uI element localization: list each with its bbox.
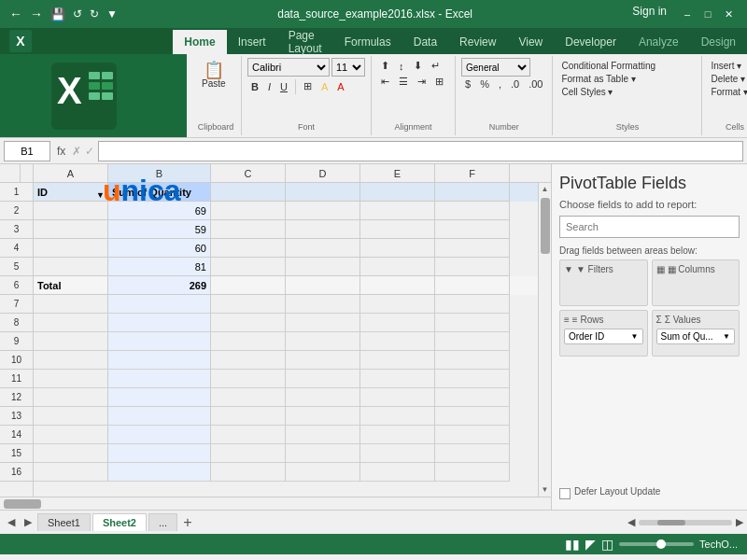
merge-button[interactable]: ⊞ — [431, 74, 447, 90]
forward-btn[interactable]: → — [30, 7, 43, 21]
cell-e4[interactable] — [360, 239, 435, 258]
sheet-nav-left[interactable]: ◀ — [4, 516, 19, 528]
font-name-select[interactable]: Calibri — [247, 58, 330, 77]
tab-formulas[interactable]: Formulas — [333, 30, 402, 54]
col-header-a[interactable]: A — [34, 164, 108, 182]
cell-f4[interactable] — [435, 239, 510, 258]
filters-area[interactable]: ▼ ▼ Filters — [559, 259, 648, 306]
align-bottom-button[interactable]: ⬇ — [410, 58, 426, 74]
cell-f2[interactable] — [435, 202, 510, 220]
cell-a3[interactable] — [34, 220, 108, 239]
cell-styles-btn[interactable]: Cell Styles ▾ — [558, 86, 658, 98]
conditional-formatting-btn[interactable]: Conditional Formatting — [558, 60, 658, 72]
align-right-button[interactable]: ⇥ — [414, 74, 430, 90]
insert-cells-btn[interactable]: Insert ▾ — [708, 60, 747, 72]
col-header-c[interactable]: C — [211, 164, 286, 182]
close-btn[interactable]: ✕ — [719, 5, 738, 23]
hscroll-track[interactable] — [639, 520, 732, 525]
sheet-nav-right[interactable]: ▶ — [21, 516, 35, 528]
cell-e1[interactable] — [360, 183, 435, 202]
minimize-btn[interactable]: – — [678, 5, 697, 23]
currency-button[interactable]: $ — [461, 77, 474, 91]
cell-d2[interactable] — [286, 202, 360, 220]
rows-field-dropdown[interactable]: ▼ — [631, 332, 639, 341]
delete-cells-btn[interactable]: Delete ▾ — [708, 73, 747, 85]
increase-decimal-button[interactable]: .0 — [507, 77, 523, 91]
cell-b3[interactable]: 59 — [108, 220, 211, 239]
save-btn[interactable]: 💾 — [50, 7, 65, 21]
cell-e3[interactable] — [360, 220, 435, 239]
cell-d5[interactable] — [286, 258, 360, 276]
cell-a5[interactable] — [34, 258, 108, 276]
values-field-dropdown[interactable]: ▼ — [723, 332, 730, 341]
sheet-tab-more[interactable]: ... — [148, 513, 177, 531]
tab-data[interactable]: Data — [402, 30, 448, 54]
decrease-decimal-button[interactable]: .00 — [525, 77, 546, 91]
border-button[interactable]: ⊞ — [300, 78, 316, 94]
tab-view[interactable]: View — [507, 30, 554, 54]
align-top-button[interactable]: ⬆ — [377, 58, 393, 74]
hscroll-thumb[interactable] — [657, 520, 685, 525]
hscroll-right-btn[interactable]: ▶ — [736, 516, 743, 528]
formula-input[interactable]: 'Order ID — [98, 141, 743, 161]
tab-home[interactable]: Home — [173, 30, 226, 54]
paste-button[interactable]: 📋 Paste — [196, 58, 232, 92]
normal-view-icon[interactable]: ▮▮ — [565, 537, 580, 552]
font-size-select[interactable]: 11 — [331, 58, 365, 77]
zoom-slider[interactable] — [619, 542, 694, 546]
cell-f1[interactable] — [435, 183, 510, 202]
sign-in-btn[interactable]: Sign in — [632, 5, 667, 23]
horizontal-scrollbar[interactable] — [0, 497, 551, 510]
tab-review[interactable]: Review — [448, 30, 507, 54]
cell-e2[interactable] — [360, 202, 435, 220]
maximize-btn[interactable]: □ — [698, 5, 717, 23]
tab-developer[interactable]: Developer — [554, 30, 627, 54]
percent-button[interactable]: % — [476, 77, 493, 91]
values-field-item[interactable]: Sum of Qu... ▼ — [656, 329, 736, 344]
fill-button[interactable]: A — [317, 79, 331, 94]
scroll-thumb[interactable] — [541, 198, 550, 254]
cell-reference-input[interactable] — [4, 141, 50, 161]
cell-d1[interactable] — [286, 183, 360, 202]
sheet-tab-sheet1[interactable]: Sheet1 — [37, 513, 91, 531]
tab-insert[interactable]: Insert — [227, 30, 277, 54]
values-area[interactable]: Σ Σ Values Sum of Qu... ▼ — [652, 310, 740, 357]
undo-btn[interactable]: ↺ — [73, 7, 82, 21]
italic-button[interactable]: I — [264, 79, 275, 94]
sheet-add-btn[interactable]: + — [179, 514, 195, 531]
cell-b2[interactable]: 69 — [108, 202, 211, 220]
align-center-button[interactable]: ☰ — [395, 74, 412, 90]
cell-a1[interactable]: ID ▼ — [34, 183, 108, 202]
cell-f3[interactable] — [435, 220, 510, 239]
cell-f5[interactable] — [435, 258, 510, 276]
number-format-select[interactable]: General — [461, 58, 530, 77]
pivot-search-input[interactable] — [559, 216, 740, 238]
more-btn[interactable]: ▼ — [106, 7, 118, 21]
formula-check-btn[interactable]: ✓ — [85, 145, 94, 158]
cell-f6[interactable] — [435, 276, 510, 295]
align-left-button[interactable]: ⇤ — [377, 74, 393, 90]
cell-b4[interactable]: 60 — [108, 239, 211, 258]
cell-e6[interactable] — [360, 276, 435, 295]
cell-c6[interactable] — [211, 276, 286, 295]
cell-a2[interactable] — [34, 202, 108, 220]
page-break-icon[interactable]: ◫ — [601, 537, 613, 552]
cell-c3[interactable] — [211, 220, 286, 239]
cell-d6[interactable] — [286, 276, 360, 295]
cell-d4[interactable] — [286, 239, 360, 258]
page-layout-icon[interactable]: ◤ — [585, 537, 596, 552]
cell-b6[interactable]: 269 — [108, 276, 211, 295]
fx-icon[interactable]: fx — [54, 145, 68, 158]
cell-b1[interactable]: Sum of Quantity — [108, 183, 211, 202]
scroll-down-btn[interactable]: ▼ — [539, 483, 551, 497]
font-color-button[interactable]: A — [333, 79, 347, 94]
cell-d3[interactable] — [286, 220, 360, 239]
col-header-b[interactable]: B — [108, 164, 211, 182]
col-header-e[interactable]: E — [360, 164, 435, 182]
cell-a6[interactable]: Total — [34, 276, 108, 295]
scroll-track[interactable] — [539, 196, 551, 483]
col-header-f[interactable]: F — [435, 164, 510, 182]
hscroll-thumb[interactable] — [4, 499, 41, 509]
cell-a4[interactable] — [34, 239, 108, 258]
tab-page-layout[interactable]: Page Layout — [277, 30, 333, 54]
